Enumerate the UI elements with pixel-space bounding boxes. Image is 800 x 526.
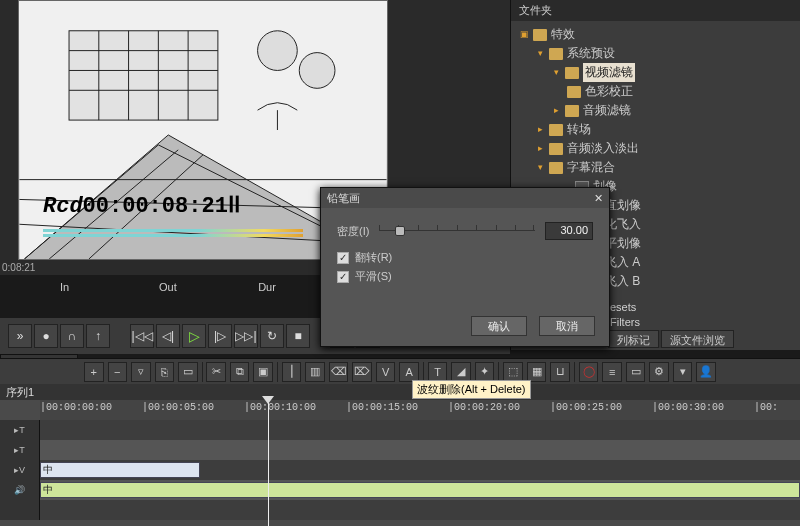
timecode-small: 0:08:21 (2, 262, 35, 273)
zoom-out-icon[interactable]: − (108, 362, 128, 382)
link-icon[interactable]: ⎘ (155, 362, 175, 382)
video-clip[interactable]: 中 (40, 462, 200, 478)
density-value[interactable]: 30.00 (545, 222, 593, 240)
track-label[interactable] (0, 500, 40, 520)
headphones-icon[interactable]: ∩ (60, 324, 84, 348)
goto-start-icon[interactable]: |◁◁ (130, 324, 154, 348)
tab-seq-marks[interactable]: 列标记 (608, 330, 659, 348)
close-icon[interactable]: ✕ (594, 192, 603, 205)
playhead[interactable] (268, 398, 269, 526)
rec-icon[interactable]: ● (34, 324, 58, 348)
track-a1[interactable]: 🔊 中 (0, 480, 800, 500)
density-slider[interactable] (379, 222, 535, 240)
loop-icon[interactable]: ↻ (260, 324, 284, 348)
goto-end-icon[interactable]: ▷▷| (234, 324, 258, 348)
slider-thumb[interactable] (395, 226, 405, 236)
track-label[interactable]: ▸V (0, 460, 40, 480)
zoom-in-icon[interactable]: + (84, 362, 104, 382)
svg-point-13 (299, 53, 335, 89)
tree-node-sys-presets[interactable]: ▾系统预设 (519, 44, 796, 63)
time-ruler[interactable]: |00:00:00:00|00:00:05:00|00:00:10:00|00:… (40, 400, 800, 420)
audio-clip[interactable]: 中 (40, 482, 800, 498)
svg-point-12 (258, 31, 298, 71)
sequence-name[interactable]: 序列1 (0, 384, 800, 400)
audio-meters (43, 229, 303, 237)
in-label: In (60, 281, 156, 293)
smooth-checkbox[interactable]: ✓平滑(S) (337, 269, 593, 284)
cancel-button[interactable]: 取消 (539, 316, 595, 336)
delete-icon[interactable]: ⌫ (329, 362, 349, 382)
timeline-toolbar: + − ▿ ⎘ ▭ ✂ ⧉ ▣ ⎮ ▥ ⌫ ⌦ V A T ◢ ✦ ⬚ ▦ ⊔ … (0, 358, 800, 384)
tree-node-video-filters[interactable]: ▾视频滤镜 (519, 63, 796, 82)
track-v1[interactable]: ▸V 中 (0, 460, 800, 480)
in-out-dur-row: In Out Dur (60, 281, 354, 293)
tree-node-subtitle-mix[interactable]: ▾字幕混合 (519, 158, 796, 177)
dialog-title: 铅笔画 (327, 191, 360, 206)
checkbox-icon: ✓ (337, 252, 349, 264)
flip-checkbox[interactable]: ✓翻转(R) (337, 250, 593, 265)
tree-node-transitions[interactable]: ▸转场 (519, 120, 796, 139)
chevrons-icon[interactable]: » (8, 324, 32, 348)
ok-button[interactable]: 确认 (471, 316, 527, 336)
tree-node-color-correct[interactable]: 色彩校正 (519, 82, 796, 101)
user-icon[interactable]: 👤 (696, 362, 716, 382)
stop-button[interactable]: ■ (286, 324, 310, 348)
panel-title: 文件夹 (511, 0, 800, 21)
more-icon[interactable]: ▾ (673, 362, 693, 382)
render-icon[interactable]: ◯ (579, 362, 599, 382)
tab-src-browse[interactable]: 源文件浏览 (661, 330, 734, 348)
pencil-dialog: 铅笔画 ✕ 密度(I) 30.00 ✓翻转(R) ✓平滑(S) 确认 取消 (320, 187, 610, 347)
settings-icon[interactable]: ≡ (602, 362, 622, 382)
recording-timecode: Rcd00:00:08:21ⅠⅠ (43, 192, 240, 219)
split-icon[interactable]: ⎮ (282, 362, 302, 382)
playhead-head-icon (262, 396, 274, 404)
snap-icon[interactable]: ⬚ (503, 362, 523, 382)
gear-icon[interactable]: ⚙ (649, 362, 669, 382)
play-button[interactable]: ▷ (182, 324, 206, 348)
track-t2[interactable]: ▸T (0, 440, 800, 460)
tool-a-icon[interactable]: A (399, 362, 419, 382)
right-tabs: 列标记 源文件浏览 (608, 330, 734, 348)
track-empty[interactable] (0, 500, 800, 520)
track-t1[interactable]: ▸T (0, 420, 800, 440)
tool-v-icon[interactable]: V (376, 362, 396, 382)
marker-icon[interactable]: ▿ (131, 362, 151, 382)
ripple-delete-icon[interactable]: ⌦ (352, 362, 372, 382)
fade-icon[interactable]: ◢ (451, 362, 471, 382)
arrow-icon[interactable]: ↑ (86, 324, 110, 348)
step-back-icon[interactable]: ◁| (156, 324, 180, 348)
panel-cutoff-labels: esetsFilters (610, 300, 640, 330)
timeline-panel: 序列1 |00:00:00:00|00:00:05:00|00:00:10:00… (0, 384, 800, 526)
tree-root[interactable]: ▣特效 (519, 25, 796, 44)
track-label[interactable]: ▸T (0, 420, 40, 440)
cut-icon[interactable]: ✂ (206, 362, 226, 382)
step-fwd-icon[interactable]: |▷ (208, 324, 232, 348)
copy-icon[interactable]: ⧉ (230, 362, 250, 382)
group-icon[interactable]: ▭ (178, 362, 198, 382)
checkbox-icon: ✓ (337, 271, 349, 283)
tree-node-audio-filters[interactable]: ▸音频滤镜 (519, 101, 796, 120)
title-icon[interactable]: T (428, 362, 448, 382)
magnet-icon[interactable]: ⊔ (550, 362, 570, 382)
fx-icon[interactable]: ✦ (475, 362, 495, 382)
dialog-titlebar[interactable]: 铅笔画 ✕ (321, 188, 609, 208)
tooltip-ripple-delete: 波纹删除(Alt + Delete) (412, 380, 531, 399)
tree-node-audio-fade[interactable]: ▸音频淡入淡出 (519, 139, 796, 158)
svg-rect-1 (69, 31, 218, 120)
snap2-icon[interactable]: ▦ (527, 362, 547, 382)
trim-icon[interactable]: ▥ (305, 362, 325, 382)
monitor-icon[interactable]: ▭ (626, 362, 646, 382)
out-label: Out (159, 281, 255, 293)
track-label[interactable]: ▸T (0, 440, 40, 460)
paste-icon[interactable]: ▣ (253, 362, 273, 382)
audio-track-icon[interactable]: 🔊 (0, 480, 40, 500)
density-label: 密度(I) (337, 224, 369, 239)
